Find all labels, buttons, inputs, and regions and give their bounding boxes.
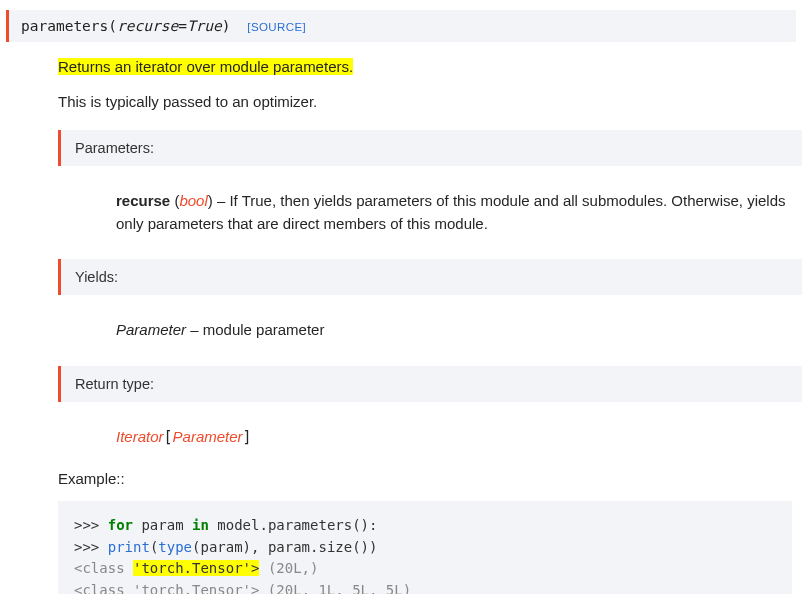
yields-label: Yields: — [58, 259, 802, 295]
description: This is typically passed to an optimizer… — [58, 93, 802, 110]
code-line-2: >>> print(type(param), param.size()) — [74, 537, 776, 559]
code-line-1: >>> for param in model.parameters(): — [74, 515, 776, 537]
code-builtin: type — [158, 539, 192, 555]
sig-param-name: recurse — [117, 18, 178, 34]
parameters-label: Parameters: — [58, 130, 802, 166]
yields-desc: module parameter — [203, 321, 325, 338]
rtype-inner-link[interactable]: Parameter — [173, 428, 243, 445]
rtype-outer-link[interactable]: Iterator — [116, 428, 164, 445]
code-prompt: >>> — [74, 539, 108, 555]
sig-param-val: True — [187, 18, 222, 34]
code-prompt: >>> — [74, 517, 108, 533]
param-type-close: ) — [208, 192, 217, 209]
code-keyword: for — [108, 517, 133, 533]
code-text: (20L,) — [259, 560, 318, 576]
code-output-2: <class 'torch.Tensor'> (20L, 1L, 5L, 5L) — [74, 580, 776, 594]
method-name: parameters — [21, 18, 108, 34]
param-type-link[interactable]: bool — [179, 192, 207, 209]
sig-eq: = — [178, 18, 187, 34]
code-text: param — [133, 517, 192, 533]
sig-open: ( — [108, 18, 117, 34]
summary-line: Returns an iterator over module paramete… — [58, 58, 802, 75]
return-type-body: Iterator[Parameter] — [58, 416, 802, 463]
code-text: model.parameters(): — [209, 517, 378, 533]
rtype-close: ] — [243, 428, 252, 446]
code-output-1: <class 'torch.Tensor'> (20L,) — [74, 558, 776, 580]
summary-text: Returns an iterator over module paramete… — [58, 58, 353, 75]
code-text: <class — [74, 560, 133, 576]
example-label: Example:: — [58, 470, 802, 487]
param-dash: – — [217, 192, 230, 209]
source-link[interactable]: [SOURCE] — [247, 21, 306, 33]
sig-close: ) — [222, 18, 231, 34]
example-code: >>> for param in model.parameters(): >>>… — [58, 501, 792, 594]
param-name: recurse — [116, 192, 170, 209]
yields-dash: – — [186, 321, 203, 338]
parameters-body: recurse (bool) – If True, then yields pa… — [58, 180, 802, 249]
param-type-open: ( — [170, 192, 179, 209]
return-type-label: Return type: — [58, 366, 802, 402]
yields-body: Parameter – module parameter — [58, 309, 802, 356]
code-highlight: 'torch.Tensor'> — [133, 560, 259, 576]
code-builtin: print — [108, 539, 150, 555]
yields-name: Parameter — [116, 321, 186, 338]
method-signature: parameters(recurse=True) [SOURCE] — [6, 10, 796, 42]
rtype-open: [ — [164, 428, 173, 446]
code-text: (param), param.size()) — [192, 539, 377, 555]
code-keyword: in — [192, 517, 209, 533]
method-body: Returns an iterator over module paramete… — [0, 58, 802, 594]
